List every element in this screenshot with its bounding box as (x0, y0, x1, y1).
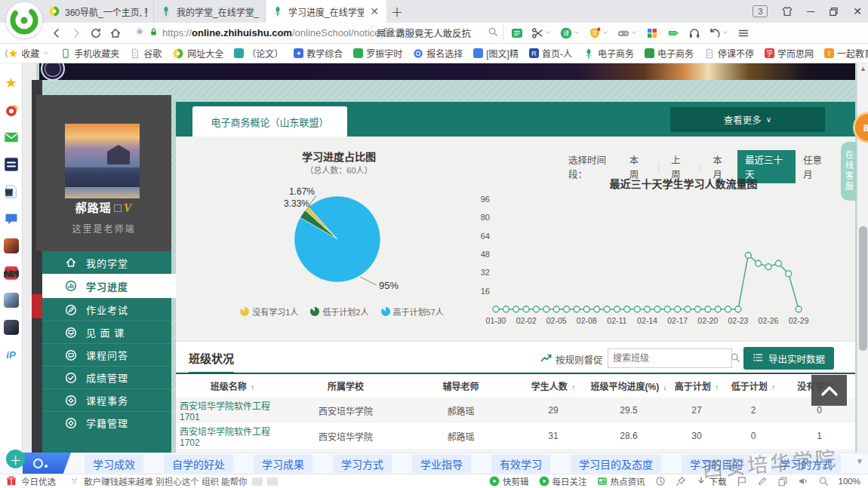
flag-icon[interactable] (737, 476, 747, 486)
热点资讯-item[interactable]: 热点资讯 (597, 475, 645, 487)
quick-link[interactable]: 自学的好处 (164, 455, 233, 473)
pin-icon[interactable] (676, 476, 686, 486)
class-search-box[interactable] (608, 348, 732, 368)
floating-search-button[interactable] (23, 453, 71, 474)
site-info-icon[interactable] (134, 26, 145, 39)
scrollbar-up-arrow[interactable]: ▲ (857, 65, 868, 72)
data-point[interactable] (493, 306, 499, 312)
tab-close-icon[interactable]: ✕ (368, 5, 380, 17)
bookmark-item[interactable]: 网址大全 (172, 47, 223, 60)
data-point[interactable] (735, 306, 741, 312)
scissors-icon[interactable] (531, 27, 552, 39)
browser-tab[interactable]: 学习进度_在线学堂_智慧树✕ (266, 0, 386, 23)
chevron-down-icon[interactable] (42, 48, 50, 59)
course-tab[interactable]: 电子商务概论（山东联盟） (192, 106, 347, 137)
zoom-level[interactable]: 100% (839, 477, 860, 486)
column-header[interactable]: 班级名称 ↑ (176, 379, 289, 392)
promote-by-rule-link[interactable]: 按规则督促 (540, 352, 603, 367)
quick-link[interactable]: 有效学习 (491, 455, 550, 473)
close-button[interactable]: ✕ (853, 5, 862, 17)
bookmark-item[interactable]: R首页-人 (529, 47, 572, 60)
class-search-input[interactable] (613, 353, 730, 364)
quick-link[interactable]: 学习目的及态度 (571, 455, 661, 473)
ticker-text[interactable]: 散户赚钱越来越难 别担心这个 组织 能帮你 (84, 475, 248, 487)
export-data-button[interactable]: 导出实时数据 (743, 347, 834, 370)
data-point[interactable] (583, 306, 589, 312)
chevron-down-icon[interactable] (573, 28, 580, 38)
bookmark-item[interactable]: 电子商务 (583, 47, 634, 60)
new-tab-button[interactable]: ＋ (386, 0, 408, 23)
sidebar-item-学习进度[interactable]: 学习进度 (42, 274, 176, 298)
search-icon[interactable] (488, 26, 498, 39)
data-point[interactable] (624, 306, 630, 312)
data-point[interactable] (756, 260, 762, 266)
magnifier-icon[interactable] (818, 476, 829, 486)
quick-link[interactable]: 学习的目的 (682, 455, 751, 473)
data-point[interactable] (564, 306, 570, 312)
game-1-icon[interactable] (4, 238, 19, 253)
weibo-icon[interactable] (4, 103, 19, 118)
pen-icon[interactable] (757, 476, 768, 486)
legend-item[interactable]: 低于计划2人 (310, 305, 368, 318)
quick-link[interactable]: 学习方式 (333, 455, 392, 473)
data-point[interactable] (775, 260, 781, 266)
data-point[interactable] (715, 306, 721, 312)
legend-item[interactable]: 没有学习1人 (240, 305, 298, 318)
quick-link[interactable]: 学习成果 (254, 455, 312, 473)
data-point[interactable] (534, 306, 540, 312)
copy-icon[interactable] (777, 476, 788, 486)
data-point[interactable] (634, 306, 640, 312)
xiaohongshu-icon[interactable]: 小红书 (4, 265, 19, 281)
browser-tab[interactable]: 360导航_一个主页, 整个世界 (42, 0, 154, 23)
cell-0[interactable]: 西安培华学院软件工程1702 (176, 425, 289, 448)
bookmark-item[interactable]: 7一起教育 (824, 47, 868, 60)
data-point[interactable] (523, 306, 529, 312)
theme-skin-icon[interactable] (781, 5, 793, 17)
data-point[interactable] (574, 306, 580, 312)
bookmark-item[interactable]: 罗振宇时 (353, 47, 402, 60)
minimize-button[interactable]: ─ (807, 5, 814, 17)
avatar[interactable] (65, 124, 140, 198)
daily-picks-label[interactable]: 今日优选 (21, 475, 56, 487)
gamepad-icon[interactable] (617, 27, 638, 39)
word-doc-icon[interactable]: W (4, 184, 19, 199)
bookmark-item[interactable]: 学学而思网 (765, 47, 814, 60)
pp-assistant-icon[interactable]: iP (4, 347, 19, 362)
scroll-to-top-button[interactable] (811, 375, 847, 406)
bookmark-item[interactable]: 谷歌 (130, 47, 162, 60)
data-point[interactable] (503, 306, 509, 312)
cell-0[interactable]: 西安培华学院软件工程1701 (176, 399, 289, 422)
battery-icon[interactable] (666, 28, 680, 38)
app-badge-icon[interactable] (4, 157, 19, 172)
gift-icon[interactable] (6, 475, 17, 487)
column-header[interactable]: 所属学校 (289, 379, 402, 392)
legend-item[interactable]: 高于计划57人 (381, 305, 444, 318)
column-header[interactable]: 辅导老师 (402, 379, 519, 392)
data-point[interactable] (645, 306, 651, 312)
online-service-tab[interactable]: 在线客服 (841, 142, 857, 201)
data-point[interactable] (654, 306, 660, 312)
data-point[interactable] (664, 306, 670, 312)
column-header[interactable]: 低于计划 ↑ (723, 379, 783, 392)
search-icon[interactable] (730, 352, 740, 365)
shield-icon[interactable]: 羊 (589, 27, 609, 39)
browser-tab[interactable]: 我的学堂_在线学堂_智慧树 (154, 0, 266, 23)
links-bar-caret-icon[interactable]: ▼ (856, 457, 863, 465)
chat-icon[interactable] (4, 211, 19, 226)
forward-icon[interactable] (66, 24, 86, 42)
browser-logo[interactable] (6, 2, 42, 38)
translate-icon[interactable]: 译 (560, 27, 580, 39)
download-button[interactable]: 下载 (696, 475, 727, 487)
data-point[interactable] (725, 306, 731, 312)
address-bar[interactable]: https://online.zhihuishu.com/onlineSchoo… (134, 26, 361, 39)
data-point[interactable] (513, 306, 519, 312)
data-point[interactable] (675, 306, 681, 312)
quick-link[interactable]: 学习成效 (85, 455, 143, 473)
mail-icon[interactable] (4, 130, 19, 145)
bookmark-item[interactable]: 报名选择 (413, 47, 463, 60)
favorites-star-icon[interactable]: ★ (4, 75, 19, 91)
ticker-expand-icon[interactable] (69, 476, 79, 487)
sidebar-item-成绩管理[interactable]: 成绩管理 (42, 366, 171, 388)
table-row[interactable]: 西安培华学院软件工程1701西安培华学院郝路瑶2929.52720 (176, 397, 855, 423)
column-header[interactable]: 学生人数 ↑ (519, 379, 587, 392)
